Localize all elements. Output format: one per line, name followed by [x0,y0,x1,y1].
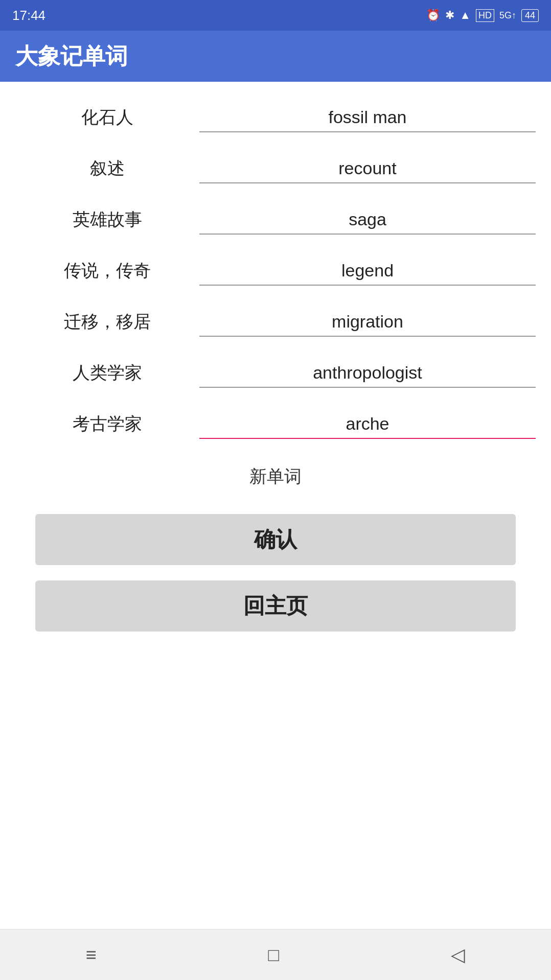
status-bar: 17:44 ⏰ ✱ ▲ HD 5G↑ 44 [0,0,551,31]
status-icons: ⏰ ✱ ▲ HD 5G↑ 44 [426,9,539,22]
main-content: 化石人叙述英雄故事传说，传奇迁移，移居人类学家考古学家 新单词 确认 回主页 [0,82,551,980]
word-row: 英雄故事 [0,194,551,245]
buttons-section: 确认 回主页 [0,504,551,642]
chinese-label: 人类学家 [15,361,199,385]
app-bar: 大象记单词 [0,31,551,82]
signal-icon: 5G↑ [499,10,516,21]
english-input[interactable] [199,205,536,235]
word-row: 人类学家 [0,347,551,399]
alarm-icon: ⏰ [426,9,440,22]
app-title: 大象记单词 [15,41,128,72]
battery-icon: 44 [521,9,539,22]
chinese-label: 迁移，移居 [15,310,199,334]
confirm-button[interactable]: 确认 [35,514,516,565]
home-nav-icon[interactable]: □ [268,944,280,966]
new-word-section: 新单词 [0,450,551,504]
word-row: 叙述 [0,143,551,194]
chinese-label: 化石人 [15,106,199,129]
nav-bar: ≡ □ ◁ [0,929,551,980]
wifi-icon: ▲ [460,9,471,22]
english-input[interactable] [199,103,536,132]
word-row: 传说，传奇 [0,245,551,296]
chinese-label: 传说，传奇 [15,259,199,283]
home-button[interactable]: 回主页 [35,580,516,632]
status-time: 17:44 [12,8,45,24]
new-word-label: 新单词 [249,465,302,488]
hd-icon: HD [476,9,494,22]
chinese-label: 考古学家 [15,412,199,436]
word-rows: 化石人叙述英雄故事传说，传奇迁移，移居人类学家考古学家 [0,92,551,450]
english-input[interactable] [199,359,536,388]
word-row: 化石人 [0,92,551,143]
bluetooth-icon: ✱ [445,9,454,22]
english-input[interactable] [199,308,536,337]
word-row: 迁移，移居 [0,296,551,347]
word-row: 考古学家 [0,399,551,450]
english-input[interactable] [199,256,536,286]
menu-icon[interactable]: ≡ [86,944,97,966]
chinese-label: 英雄故事 [15,208,199,231]
chinese-label: 叙述 [15,157,199,180]
back-icon[interactable]: ◁ [451,944,465,966]
english-input[interactable] [199,154,536,183]
english-input[interactable] [199,410,536,439]
